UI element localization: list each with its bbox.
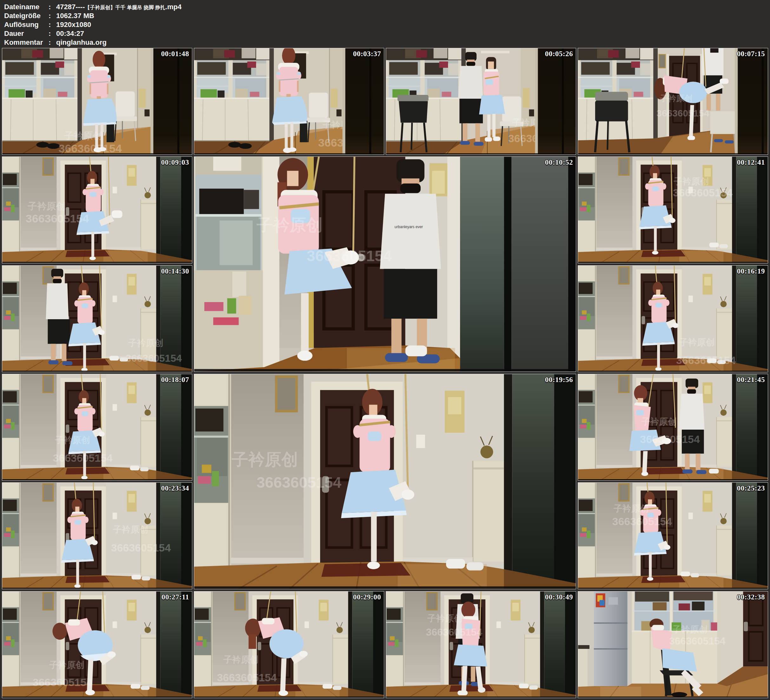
svg-text:urbanleyars ever: urbanleyars ever <box>395 225 423 229</box>
svg-text:3663605154: 3663605154 <box>256 474 341 491</box>
svg-text:子衿原创: 子衿原创 <box>427 613 463 623</box>
svg-text:子衿原创: 子衿原创 <box>672 624 708 634</box>
svg-text:3663605154: 3663605154 <box>33 676 93 688</box>
svg-text:子衿原创: 子衿原创 <box>613 504 649 514</box>
svg-text:3663605154: 3663605154 <box>426 626 482 638</box>
svg-text:子衿原创: 子衿原创 <box>64 130 102 141</box>
svg-text:子衿原创: 子衿原创 <box>55 435 90 445</box>
svg-text:3663605154: 3663605154 <box>26 212 89 225</box>
svg-text:3663605154: 3663605154 <box>307 247 392 264</box>
svg-text:子衿原创: 子衿原创 <box>49 660 85 670</box>
svg-text:3663605154: 3663605154 <box>612 515 672 527</box>
svg-text:子衿原创: 子衿原创 <box>223 655 259 664</box>
svg-text:3663605154: 3663605154 <box>640 433 700 445</box>
svg-text:子衿原创: 子衿原创 <box>113 525 149 534</box>
svg-text:3663605154: 3663605154 <box>217 671 277 684</box>
svg-text:3663605154: 3663605154 <box>53 452 113 464</box>
svg-text:3663605154: 3663605154 <box>126 353 182 364</box>
svg-text:子衿原创: 子衿原创 <box>641 416 677 426</box>
svg-text:3663605154: 3663605154 <box>673 186 733 199</box>
svg-text:3663605154: 3663605154 <box>657 108 709 118</box>
svg-text:子衿原创: 子衿原创 <box>231 450 298 469</box>
svg-text:3663605154: 3663605154 <box>676 354 736 366</box>
svg-text:3663605154: 3663605154 <box>669 635 726 647</box>
svg-text:子衿原创: 子衿原创 <box>256 216 322 234</box>
svg-text:子衿原创: 子衿原创 <box>679 338 715 347</box>
svg-text:子衿原创: 子衿原创 <box>673 177 709 186</box>
svg-text:3663605154: 3663605154 <box>111 542 171 554</box>
svg-text:子衿原创: 子衿原创 <box>28 201 66 211</box>
svg-text:子衿原创: 子衿原创 <box>128 338 164 348</box>
svg-text:子衿原创: 子衿原创 <box>660 94 692 103</box>
svg-text:3663605154: 3663605154 <box>58 142 122 154</box>
